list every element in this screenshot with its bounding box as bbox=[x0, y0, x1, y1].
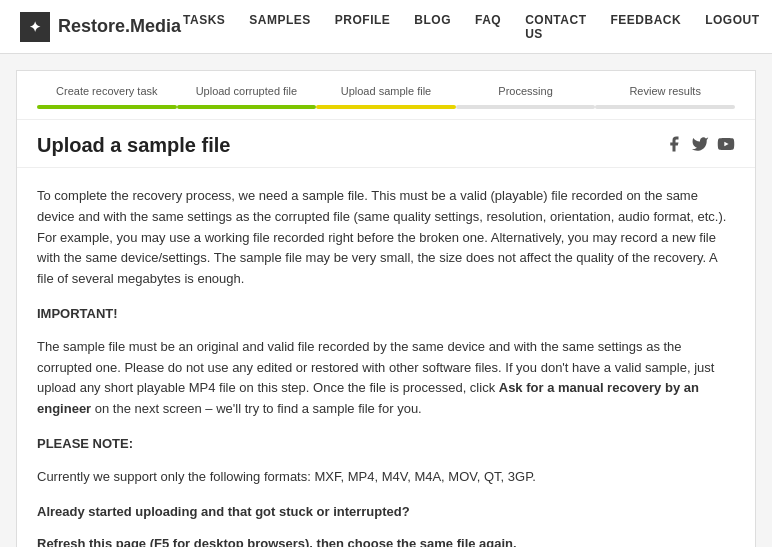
logo-text: Restore.Media bbox=[58, 16, 181, 37]
facebook-icon[interactable] bbox=[665, 135, 683, 157]
nav-profile[interactable]: PROFILE bbox=[333, 9, 393, 45]
important-label: IMPORTANT! bbox=[37, 304, 735, 325]
nav-tasks[interactable]: TASKS bbox=[181, 9, 227, 45]
twitter-icon[interactable] bbox=[691, 135, 709, 157]
logo-icon: ✦ bbox=[20, 12, 50, 42]
main-nav: TASKS SAMPLES PROFILE BLOG FAQ CONTACT U… bbox=[181, 9, 761, 45]
step-bar-5 bbox=[595, 105, 735, 109]
step-review-results: Review results bbox=[595, 85, 735, 119]
header: ✦ Restore.Media TASKS SAMPLES PROFILE BL… bbox=[0, 0, 772, 54]
step-upload-sample: Upload sample file bbox=[316, 85, 456, 119]
youtube-icon[interactable] bbox=[717, 135, 735, 157]
main-container: Create recovery task Upload corrupted fi… bbox=[16, 70, 756, 547]
nav-faq[interactable]: FAQ bbox=[473, 9, 503, 45]
content: To complete the recovery process, we nee… bbox=[17, 168, 755, 547]
important-section: IMPORTANT! The sample file must be an or… bbox=[37, 304, 735, 420]
nav-feedback[interactable]: FEEDBACK bbox=[608, 9, 683, 45]
stuck-bold2: Refresh this page (F5 for desktop browse… bbox=[37, 534, 735, 547]
intro-text: To complete the recovery process, we nee… bbox=[37, 186, 735, 290]
step-upload-corrupted: Upload corrupted file bbox=[177, 85, 317, 119]
step-create-recovery: Create recovery task bbox=[37, 85, 177, 119]
social-icons bbox=[665, 135, 735, 157]
stuck-section: Already started uploading and that got s… bbox=[37, 502, 735, 547]
step-bar-4 bbox=[456, 105, 596, 109]
important-text: The sample file must be an original and … bbox=[37, 337, 735, 420]
nav-logout[interactable]: LOGOUT bbox=[703, 9, 761, 45]
progress-steps: Create recovery task Upload corrupted fi… bbox=[17, 71, 755, 120]
nav-blog[interactable]: BLOG bbox=[412, 9, 453, 45]
step-bar-3 bbox=[316, 105, 456, 109]
nav-samples[interactable]: SAMPLES bbox=[247, 9, 313, 45]
logo[interactable]: ✦ Restore.Media bbox=[20, 12, 181, 42]
step-bar-2 bbox=[177, 105, 317, 109]
please-note-label: PLEASE NOTE: bbox=[37, 434, 735, 455]
page-header: Upload a sample file bbox=[17, 120, 755, 168]
please-note-text: Currently we support only the following … bbox=[37, 467, 735, 488]
important-text-after: on the next screen – we'll try to find a… bbox=[91, 401, 422, 416]
nav-contact-us[interactable]: CONTACT US bbox=[523, 9, 588, 45]
please-note-section: PLEASE NOTE: Currently we support only t… bbox=[37, 434, 735, 488]
step-processing: Processing bbox=[456, 85, 596, 119]
stuck-bold1: Already started uploading and that got s… bbox=[37, 502, 735, 523]
page-title: Upload a sample file bbox=[37, 134, 230, 157]
intro-section: To complete the recovery process, we nee… bbox=[37, 186, 735, 290]
step-bar-1 bbox=[37, 105, 177, 109]
